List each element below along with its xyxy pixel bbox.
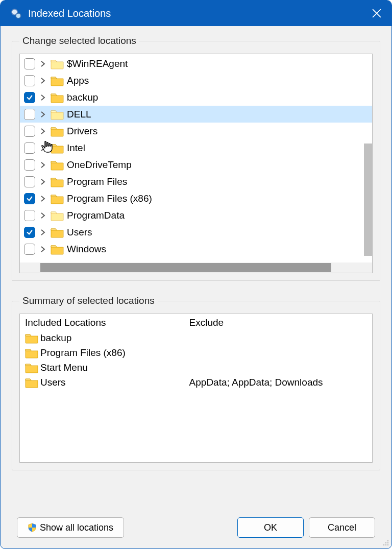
chevron-right-icon[interactable] (38, 228, 47, 237)
folder-icon (25, 332, 38, 344)
svg-point-9 (385, 544, 387, 546)
exclude-header[interactable]: Exclude (189, 316, 367, 330)
tree-item-label: Drivers (67, 126, 97, 137)
tree-item[interactable]: Users (20, 224, 372, 241)
chevron-right-icon[interactable] (38, 93, 47, 102)
summary-included-cell: Users (25, 375, 189, 390)
folder-icon (25, 362, 38, 373)
svg-point-7 (387, 542, 389, 544)
cancel-button[interactable]: Cancel (309, 517, 375, 538)
chevron-right-icon[interactable] (38, 160, 47, 170)
summary-legend: Summary of selected locations (19, 295, 158, 306)
change-locations-group: Change selected locations $WinREAgent Ap… (12, 35, 380, 281)
tree-item-checkbox[interactable] (24, 210, 35, 221)
show-all-locations-button[interactable]: Show all locations (17, 517, 124, 538)
summary-header-row: Included Locations Exclude (25, 316, 367, 330)
chevron-right-icon[interactable] (38, 127, 47, 136)
tree-item-label: Windows (67, 244, 106, 255)
summary-row[interactable]: UsersAppData; AppData; Downloads (25, 375, 367, 390)
locations-tree-scroll[interactable]: $WinREAgent Apps backup DELL Drivers Int… (20, 54, 372, 262)
resize-grip-icon[interactable] (381, 538, 389, 546)
svg-point-10 (387, 544, 389, 546)
tree-item[interactable]: DELL (20, 106, 372, 123)
tree-item-label: $WinREAgent (67, 58, 128, 69)
locations-tree[interactable]: $WinREAgent Apps backup DELL Drivers Int… (20, 54, 372, 257)
button-bar: Show all locations OK Cancel (12, 514, 380, 544)
folder-icon (51, 210, 64, 221)
tree-item-label: Program Files (x86) (67, 193, 152, 204)
tree-item[interactable]: backup (20, 89, 372, 106)
tree-item-checkbox[interactable] (24, 109, 35, 120)
summary-row[interactable]: backup (25, 330, 367, 345)
tree-item-label: DELL (67, 109, 91, 120)
summary-row[interactable]: Program Files (x86) (25, 345, 367, 360)
tree-item-checkbox[interactable] (24, 193, 35, 204)
tree-item-checkbox[interactable] (24, 126, 35, 137)
chevron-right-icon[interactable] (38, 110, 47, 119)
tree-item-label: Apps (67, 75, 89, 86)
tree-item-checkbox[interactable] (24, 92, 35, 103)
chevron-right-icon[interactable] (38, 177, 47, 186)
tree-item-checkbox[interactable] (24, 227, 35, 238)
folder-icon (51, 58, 64, 69)
tree-item-checkbox[interactable] (24, 58, 35, 69)
tree-item[interactable]: Windows (20, 241, 372, 257)
summary-exclude-cell (189, 345, 367, 360)
summary-included-label: Start Menu (40, 362, 88, 373)
tree-item[interactable]: Program Files (20, 173, 372, 190)
indexed-locations-dialog: Indexed Locations Change selected locati… (0, 0, 392, 549)
folder-icon (51, 109, 64, 120)
locations-tree-container: $WinREAgent Apps backup DELL Drivers Int… (19, 54, 373, 273)
svg-point-5 (387, 540, 389, 542)
close-button[interactable] (365, 3, 388, 23)
tree-item-checkbox[interactable] (24, 142, 35, 154)
tree-item-label: Program Files (67, 176, 127, 187)
tree-item[interactable]: $WinREAgent (20, 55, 372, 72)
tree-item-checkbox[interactable] (24, 244, 35, 255)
folder-icon (51, 227, 64, 238)
horizontal-scrollbar[interactable] (20, 262, 372, 273)
folder-icon (51, 159, 64, 171)
tree-item-checkbox[interactable] (24, 176, 35, 187)
svg-point-8 (383, 544, 385, 546)
chevron-right-icon[interactable] (38, 76, 47, 85)
chevron-right-icon[interactable] (38, 144, 47, 153)
folder-icon (51, 92, 64, 103)
tree-item-checkbox[interactable] (24, 159, 35, 171)
tree-item-label: backup (67, 92, 98, 103)
ok-button[interactable]: OK (237, 517, 304, 538)
folder-icon (51, 193, 64, 204)
tree-item[interactable]: Drivers (20, 123, 372, 139)
titlebar: Indexed Locations (1, 1, 391, 26)
tree-item-label: Intel (67, 142, 85, 154)
chevron-right-icon[interactable] (38, 245, 47, 254)
tree-item-label: Users (67, 227, 92, 238)
tree-item-label: ProgramData (67, 210, 125, 221)
summary-list: Included Locations Exclude backup Progra… (19, 314, 373, 463)
included-locations-header[interactable]: Included Locations (25, 316, 189, 330)
summary-exclude-cell (189, 330, 367, 345)
tree-item-checkbox[interactable] (24, 75, 35, 86)
chevron-right-icon[interactable] (38, 59, 47, 68)
tree-item[interactable]: ProgramData (20, 207, 372, 224)
chevron-right-icon[interactable] (38, 211, 47, 220)
svg-point-2 (16, 13, 21, 18)
summary-rows: backup Program Files (x86) Start Menu Us… (25, 330, 367, 390)
uac-shield-icon (28, 523, 37, 532)
vertical-scrollbar-thumb[interactable] (364, 144, 372, 256)
chevron-right-icon[interactable] (38, 194, 47, 203)
tree-item[interactable]: Apps (20, 72, 372, 89)
tree-item[interactable]: Intel (20, 139, 372, 156)
horizontal-scrollbar-thumb[interactable] (40, 263, 331, 272)
summary-exclude-text: AppData; AppData; Downloads (189, 377, 323, 388)
close-icon (372, 9, 381, 18)
summary-included-label: backup (40, 332, 71, 344)
summary-exclude-cell: AppData; AppData; Downloads (189, 375, 367, 390)
window-title: Indexed Locations (28, 8, 365, 19)
folder-icon (51, 75, 64, 86)
tree-item[interactable]: OneDriveTemp (20, 156, 372, 173)
summary-group: Summary of selected locations Included L… (12, 295, 380, 470)
tree-item[interactable]: Program Files (x86) (20, 190, 372, 207)
folder-icon (51, 176, 64, 187)
summary-row[interactable]: Start Menu (25, 360, 367, 375)
